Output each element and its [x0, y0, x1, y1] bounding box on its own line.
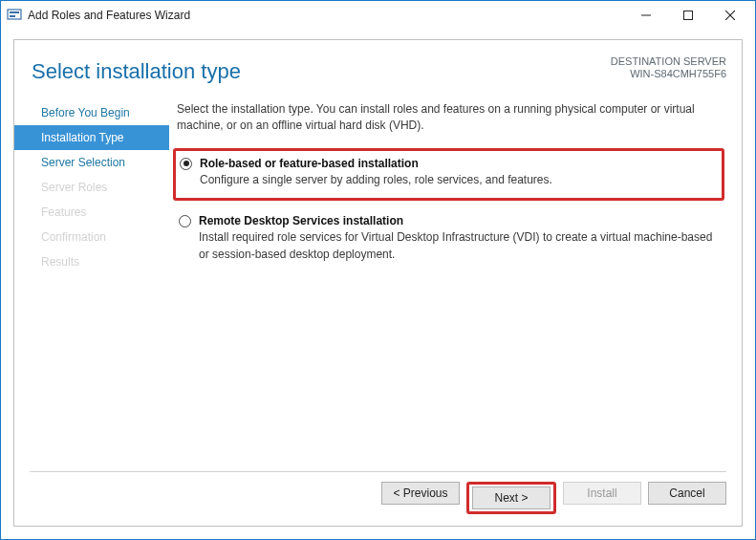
titlebar: Add Roles and Features Wizard — [1, 1, 755, 30]
wizard-sidebar: Before You Begin Installation Type Serve… — [14, 97, 169, 276]
maximize-button[interactable] — [667, 2, 709, 29]
intro-text: Select the installation type. You can in… — [177, 101, 724, 135]
radio-icon — [180, 158, 192, 170]
svg-rect-1 — [10, 11, 19, 13]
radio-icon — [179, 215, 191, 227]
install-button: Install — [563, 482, 641, 505]
window-title: Add Roles and Features Wizard — [28, 9, 625, 22]
option-desc: Configure a single server by adding role… — [200, 172, 718, 188]
option-title: Role-based or feature-based installation — [200, 157, 718, 170]
destination-server-name: WIN-S84CMH755F6 — [611, 68, 726, 79]
wizard-inner: Select installation type DESTINATION SER… — [13, 39, 743, 527]
cancel-button[interactable]: Cancel — [648, 482, 726, 505]
sidebar-item-installation-type[interactable]: Installation Type — [14, 125, 169, 150]
sidebar-item-server-selection[interactable]: Server Selection — [14, 150, 169, 175]
minimize-button[interactable] — [625, 2, 667, 29]
previous-button[interactable]: < Previous — [381, 482, 460, 505]
option-title: Remote Desktop Services installation — [199, 214, 724, 227]
sidebar-item-before-you-begin[interactable]: Before You Begin — [14, 100, 169, 125]
next-button[interactable]: Next > — [472, 486, 551, 509]
app-icon — [7, 8, 22, 23]
sidebar-item-confirmation: Confirmation — [14, 225, 169, 249]
option-role-based[interactable]: Role-based or feature-based installation… — [173, 148, 724, 201]
sidebar-item-results: Results — [14, 249, 169, 274]
option-remote-desktop[interactable]: Remote Desktop Services installation Ins… — [177, 208, 724, 276]
header: Select installation type DESTINATION SER… — [14, 40, 742, 97]
sidebar-item-server-roles: Server Roles — [14, 175, 169, 200]
option-desc: Install required role services for Virtu… — [199, 229, 724, 263]
destination-server-block: DESTINATION SERVER WIN-S84CMH755F6 — [611, 55, 726, 79]
wizard-footer: < Previous Next > Install Cancel — [30, 471, 726, 526]
svg-rect-0 — [8, 10, 21, 19]
installation-type-options: Role-based or feature-based installation… — [177, 148, 724, 276]
wizard-main: Select the installation type. You can in… — [169, 97, 742, 276]
destination-server-label: DESTINATION SERVER — [611, 55, 726, 67]
svg-rect-4 — [684, 11, 693, 20]
sidebar-item-features: Features — [14, 200, 169, 225]
svg-rect-2 — [10, 15, 15, 17]
close-button[interactable] — [709, 2, 751, 29]
